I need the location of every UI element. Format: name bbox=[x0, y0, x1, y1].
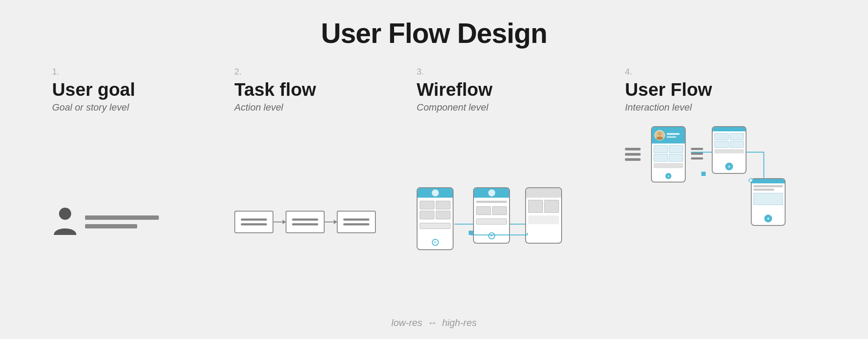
wf-phone1-grid bbox=[420, 201, 450, 219]
uf-p3-line-1 bbox=[753, 185, 783, 187]
step-title-3: Wireflow bbox=[417, 79, 608, 100]
wf-cell bbox=[544, 200, 559, 213]
step-title-1: User goal bbox=[52, 79, 217, 100]
task-box-line-b bbox=[241, 223, 267, 225]
uf-phone3-header bbox=[752, 179, 785, 183]
column-user-flow: 4. User Flow Interaction level bbox=[616, 67, 825, 317]
footer-low-res: low-res bbox=[391, 317, 422, 329]
uf-phone3-body bbox=[752, 183, 785, 207]
column-task-flow: 2. Task flow Action level bbox=[226, 67, 408, 317]
svg-rect-2 bbox=[469, 231, 473, 235]
step-number-1: 1. bbox=[52, 67, 217, 77]
uf-line-1 bbox=[625, 148, 641, 150]
uf-mid-line-2 bbox=[691, 153, 703, 155]
uf-line-2 bbox=[625, 153, 641, 156]
wf-phone2-circle bbox=[488, 189, 495, 196]
uf-header-lines bbox=[667, 133, 680, 138]
step-number-2: 2. bbox=[234, 67, 399, 77]
goal-lines bbox=[85, 215, 159, 228]
wf-phone3-body bbox=[526, 198, 561, 226]
wf-phone1-circle bbox=[432, 189, 439, 196]
uf-phone2-grid bbox=[714, 133, 744, 148]
step-title-4: User Flow bbox=[625, 79, 816, 100]
column-wireflow: 3. Wireflow Component level bbox=[408, 67, 616, 317]
wf-cell bbox=[492, 206, 507, 215]
wf-cell bbox=[420, 211, 434, 219]
wf-cell bbox=[436, 211, 450, 219]
wf-cell bbox=[420, 201, 434, 209]
wf-phone1-bar bbox=[420, 223, 450, 229]
uf-header-line-1 bbox=[667, 133, 680, 135]
task-box-line-a bbox=[241, 218, 267, 221]
task-box-line-c bbox=[292, 218, 318, 221]
wf-phone1-plus: + bbox=[432, 239, 439, 246]
visual-task-flow bbox=[234, 126, 399, 317]
uf-phone-1: + bbox=[651, 126, 686, 183]
wf-phone2-bar bbox=[476, 218, 507, 225]
uf-left-lines bbox=[625, 148, 641, 161]
uf-phone1-bar bbox=[654, 163, 683, 168]
step-number-3: 3. bbox=[417, 67, 608, 77]
uf-mid-line-3 bbox=[691, 157, 703, 160]
task-box-line-f bbox=[343, 223, 369, 225]
footer-arrow: ↔ bbox=[427, 317, 437, 329]
person-icon bbox=[52, 207, 78, 237]
step-subtitle-2: Action level bbox=[234, 102, 399, 113]
wf-cell bbox=[528, 200, 543, 213]
step-title-2: Task flow bbox=[234, 79, 399, 100]
uf-p3-wide bbox=[753, 193, 783, 205]
uf-cell bbox=[714, 141, 729, 148]
uf-phone1-header bbox=[652, 127, 685, 143]
wireflow-diagram: + + bbox=[417, 183, 564, 261]
visual-user-goal bbox=[52, 126, 217, 317]
wireflow-phone-2: + bbox=[473, 187, 510, 244]
wf-cell bbox=[476, 206, 491, 215]
wf-phone1-body bbox=[418, 198, 453, 231]
wf-phone3-header bbox=[526, 188, 561, 198]
uf-cell bbox=[669, 145, 683, 153]
step-number-4: 4. bbox=[625, 67, 816, 77]
svg-point-6 bbox=[658, 132, 661, 136]
visual-user-flow: + bbox=[625, 126, 816, 317]
uf-phone1-grid bbox=[654, 145, 683, 162]
uf-mid-lines bbox=[691, 148, 703, 160]
user-flow-diagram: + bbox=[625, 126, 790, 243]
task-flow-diagram bbox=[234, 211, 376, 233]
wf-phone2-header bbox=[474, 188, 509, 198]
uf-cell bbox=[669, 154, 683, 162]
column-user-goal: 1. User goal Goal or story level bbox=[43, 67, 226, 317]
columns-container: 1. User goal Goal or story level 2. Task… bbox=[43, 67, 825, 317]
uf-mid-line-1 bbox=[691, 148, 703, 150]
uf-phone2-bar bbox=[714, 149, 744, 153]
step-subtitle-4: Interaction level bbox=[625, 102, 816, 113]
task-box-1 bbox=[234, 211, 273, 233]
goal-line-2 bbox=[85, 224, 137, 228]
task-box-3 bbox=[337, 211, 376, 233]
uf-cell bbox=[730, 141, 744, 148]
footer-high-res: high-res bbox=[442, 317, 477, 329]
uf-p3-line-2 bbox=[753, 189, 774, 191]
wf-phone2-grid bbox=[476, 206, 507, 215]
uf-cell bbox=[730, 133, 744, 140]
uf-phone-3: + bbox=[751, 178, 786, 226]
uf-phone1-plus: + bbox=[665, 173, 671, 179]
wf-phone1-header bbox=[418, 188, 453, 198]
wf-p3-bar bbox=[528, 215, 559, 224]
uf-phone1-body bbox=[652, 143, 685, 170]
page-title: User Flow Design bbox=[321, 17, 547, 49]
uf-phone2-body bbox=[713, 131, 746, 155]
task-box-2 bbox=[286, 211, 325, 233]
uf-line-3 bbox=[625, 158, 641, 161]
wf-p2-line bbox=[476, 201, 507, 203]
task-arrow-1 bbox=[273, 222, 286, 222]
uf-cell bbox=[654, 145, 668, 153]
wireflow-phone-1: + bbox=[417, 187, 454, 250]
step-subtitle-1: Goal or story level bbox=[52, 102, 217, 113]
visual-wireflow: + + bbox=[417, 126, 608, 317]
wf-p3-grid bbox=[528, 200, 559, 213]
wireflow-phone-3 bbox=[525, 187, 562, 244]
svg-point-0 bbox=[59, 208, 71, 220]
uf-header-line-2 bbox=[667, 136, 676, 138]
uf-phone-2: + bbox=[712, 126, 746, 174]
user-goal-diagram bbox=[52, 207, 159, 237]
